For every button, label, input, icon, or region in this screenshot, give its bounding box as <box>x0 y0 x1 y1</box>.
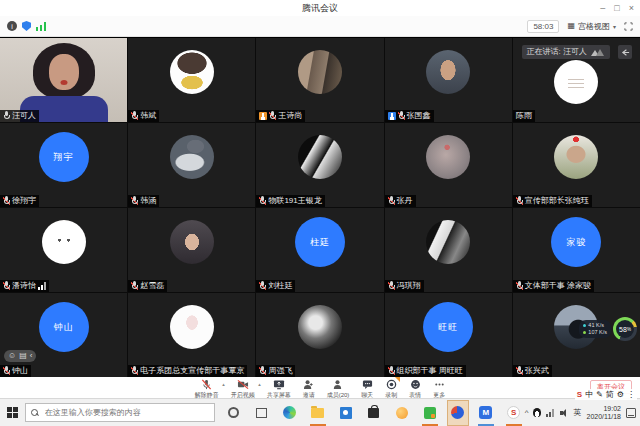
blue-m-app-button[interactable]: M <box>475 400 497 426</box>
participant-tile-16[interactable]: 钟山 ☺ ▤ ‹ 钟山 <box>0 293 127 377</box>
tray-expand-icon[interactable]: ^ <box>525 408 529 417</box>
participant-tile-6[interactable]: 翔宇 徐翔宇 <box>0 123 127 207</box>
video-options-caret[interactable]: ▴ <box>258 381 261 387</box>
blue-app-button[interactable] <box>335 400 357 426</box>
orange-app-button[interactable] <box>391 400 413 426</box>
ime-toolbar[interactable]: S 中 ✎ 简 ⚙ ⋮ <box>575 389 637 400</box>
participant-tile-3[interactable]: 王诗尚 <box>256 38 383 122</box>
mic-muted-icon <box>398 111 405 121</box>
more-button[interactable]: 更多 <box>433 379 445 400</box>
qq-tray-icon[interactable] <box>533 408 541 417</box>
participant-tile-10[interactable]: 宣传部部长张纯珏 <box>513 123 640 207</box>
participant-name: 冯琪翔 <box>397 280 421 292</box>
chevron-left-icon: ‹ <box>30 350 33 362</box>
members-icon <box>332 379 343 390</box>
view-mode-button[interactable]: ▦ 宫格视图 ▾ <box>567 21 616 32</box>
participant-tile-20[interactable]: 41 K/s 107 K/s 58% 张兴武 <box>513 293 640 377</box>
participant-tile-4[interactable]: 张国鑫 <box>385 38 512 122</box>
sogou-input-button[interactable]: S <box>503 400 525 426</box>
search-input[interactable] <box>43 407 207 418</box>
notification-center-icon[interactable] <box>626 408 636 418</box>
green-app-button[interactable] <box>419 400 441 426</box>
record-button[interactable]: 录制 <box>385 379 397 400</box>
network-tray-icon[interactable] <box>546 409 555 417</box>
cortana-button[interactable] <box>223 400 245 426</box>
start-video-button[interactable]: ▴ 开启视频 <box>231 379 255 400</box>
participant-name: 王诗尚 <box>278 110 302 122</box>
mic-options-caret[interactable]: ▴ <box>222 381 225 387</box>
task-view-button[interactable] <box>251 400 273 426</box>
participant-tile-18[interactable]: 周强飞 <box>256 293 383 377</box>
unmute-button[interactable]: ▴ 解除静音 <box>195 379 219 400</box>
participant-tile-19[interactable]: 旺旺 组织部干事 周旺旺 <box>385 293 512 377</box>
participant-tile-12[interactable]: 赵雪磊 <box>128 208 255 292</box>
close-button[interactable]: × <box>629 4 634 13</box>
banner-collapse-button[interactable] <box>618 45 632 59</box>
participant-tile-7[interactable]: 韩涵 <box>128 123 255 207</box>
start-button[interactable] <box>0 399 25 426</box>
mic-muted-icon <box>259 366 266 376</box>
avatar-initials: 翔宇 <box>39 132 89 182</box>
mic-muted-icon <box>388 366 395 376</box>
taskbar-clock[interactable]: 19:02 2020/11/18 <box>586 405 621 421</box>
members-label: 成员(20) <box>327 391 350 400</box>
sogou-ime-icon[interactable]: S <box>577 390 582 399</box>
participant-name: 周强飞 <box>268 365 292 377</box>
participant-tile-9[interactable]: 张丹 <box>385 123 512 207</box>
audio-level-icon <box>591 48 605 56</box>
participant-name: 宣传部部长张纯珏 <box>525 195 589 207</box>
avatar <box>426 135 470 179</box>
volume-tray-icon[interactable] <box>560 409 568 417</box>
participant-tile-8[interactable]: 物联191王银龙 <box>256 123 383 207</box>
participant-name: 韩涵 <box>140 195 156 207</box>
meeting-info-icon[interactable]: i <box>7 21 17 31</box>
members-button[interactable]: 成员(20) <box>327 379 350 400</box>
avatar <box>426 50 470 94</box>
emoji-label: 表情 <box>409 391 421 400</box>
security-shield-icon[interactable] <box>22 21 31 31</box>
participant-name: 张兴武 <box>525 365 549 377</box>
cortana-icon <box>228 407 239 418</box>
avatar <box>170 220 214 264</box>
tencent-meeting-taskbar-button[interactable] <box>447 400 469 426</box>
chat-button[interactable]: 聊天 <box>361 379 373 400</box>
network-quality-icon <box>36 22 46 31</box>
avatar <box>554 60 598 104</box>
share-screen-label: 共享屏幕 <box>267 391 291 400</box>
weak-signal-icon <box>38 282 46 290</box>
participant-tile-15[interactable]: 家骏 文体部干事 涂家骏 <box>513 208 640 292</box>
file-explorer-button[interactable] <box>307 400 329 426</box>
memory-gauge[interactable]: 58% <box>613 317 637 341</box>
fullscreen-icon[interactable] <box>624 22 633 31</box>
network-monitor-overlay[interactable]: 41 K/s 107 K/s 58% <box>579 317 637 341</box>
ime-simplified-toggle[interactable]: 简 <box>606 389 614 400</box>
edge-browser-button[interactable] <box>279 400 301 426</box>
participant-tile-11[interactable]: 潘诗怡 <box>0 208 127 292</box>
ime-settings-icon[interactable]: ⚙ <box>617 390 624 399</box>
mic-muted-icon <box>259 281 266 291</box>
window-title: 腾讯会议 <box>302 2 338 15</box>
participant-tile-13[interactable]: 柱廷 刘柱廷 <box>256 208 383 292</box>
emoji-button[interactable]: 表情 <box>409 379 421 400</box>
participant-name: 组织部干事 周旺旺 <box>397 365 463 377</box>
language-indicator[interactable]: 英 <box>573 407 581 418</box>
participant-tile-1[interactable]: 汪可人 <box>0 38 127 122</box>
reaction-toolbar[interactable]: ☺ ▤ ‹ <box>4 350 36 362</box>
maximize-button[interactable]: □ <box>614 4 619 13</box>
avatar <box>42 220 86 264</box>
share-screen-button[interactable]: 共享屏幕 <box>267 379 291 400</box>
participant-tile-2[interactable]: 韩斌 <box>128 38 255 122</box>
ime-chinese-toggle[interactable]: 中 <box>585 389 593 400</box>
ime-more-icon[interactable]: ⋮ <box>627 390 635 399</box>
chat-bubble-icon <box>362 379 373 390</box>
taskbar-search[interactable] <box>25 403 215 422</box>
invite-button[interactable]: 邀请 <box>303 379 315 400</box>
minimize-button[interactable]: – <box>600 4 605 13</box>
ime-pencil-icon[interactable]: ✎ <box>596 390 603 399</box>
participant-tile-14[interactable]: 冯琪翔 <box>385 208 512 292</box>
meeting-duration: 58:03 <box>527 20 559 33</box>
microsoft-store-button[interactable] <box>363 400 385 426</box>
participant-tile-17[interactable]: 电子系团总支宣传部干事覃京 <box>128 293 255 377</box>
reply-arrow-icon <box>621 48 630 57</box>
mic-muted-icon <box>269 111 276 121</box>
